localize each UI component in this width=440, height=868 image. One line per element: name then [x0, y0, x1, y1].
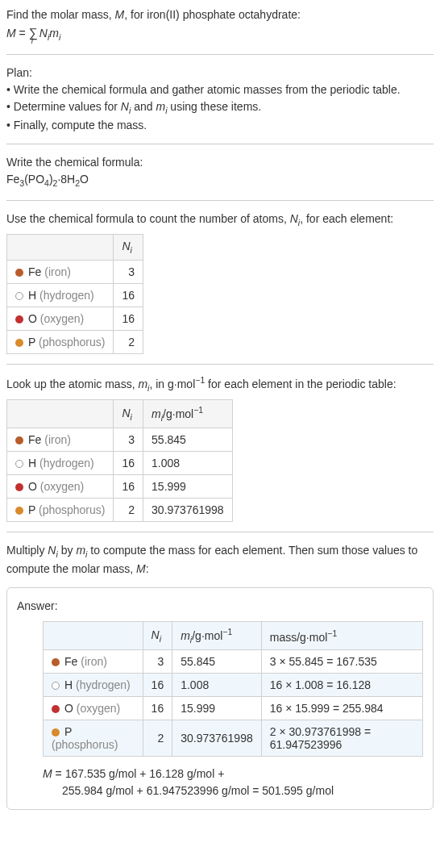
table-header-mi: mi/g·mol−1	[143, 400, 233, 428]
answer-title: Answer:	[17, 598, 423, 615]
element-dot-icon	[52, 682, 60, 690]
table-header-mass: mass/g·mol−1	[261, 622, 422, 649]
table-row: O (oxygen)16	[7, 307, 143, 330]
result-line-1: M = 167.535 g/mol + 16.128 g/mol +	[43, 765, 423, 782]
element-dot-icon	[52, 728, 60, 737]
multiply-title: Multiply Ni by mi to compute the mass fo…	[6, 542, 434, 578]
table-row: Fe (iron)355.845	[7, 428, 233, 451]
table-row: H (hydrogen)161.008	[7, 451, 233, 474]
mass-table: Nimi/g·mol−1 Fe (iron)355.845 H (hydroge…	[6, 399, 233, 521]
divider	[6, 200, 434, 201]
result-line-2: 255.984 g/mol + 61.947523996 g/mol = 501…	[43, 782, 423, 799]
plan-bullet-2: • Determine values for Ni and mi using t…	[6, 98, 434, 118]
element-dot-icon	[15, 436, 23, 444]
table-row: H (hydrogen)161.00816 × 1.008 = 16.128	[44, 673, 423, 696]
intro-block: Find the molar mass, M, for iron(II) pho…	[6, 6, 434, 44]
table-header-blank	[7, 400, 114, 428]
table-header-ni: Ni	[114, 400, 143, 428]
table-row: P (phosphorus)230.9737619982 × 30.973761…	[44, 720, 423, 756]
count-title: Use the chemical formula to count the nu…	[6, 211, 434, 230]
plan-bullet-1: • Write the chemical formula and gather …	[6, 81, 434, 98]
mass-block: Look up the atomic mass, mi, in g·mol−1 …	[6, 374, 434, 522]
element-dot-icon	[52, 658, 60, 666]
plan-block: Plan: • Write the chemical formula and g…	[6, 65, 434, 135]
element-dot-icon	[15, 507, 23, 515]
element-dot-icon	[15, 483, 23, 491]
chem-title: Write the chemical formula:	[6, 154, 434, 171]
intro-line: Find the molar mass, M, for iron(II) pho…	[6, 6, 434, 23]
element-dot-icon	[52, 705, 60, 713]
answer-table: Nimi/g·mol−1mass/g·mol−1 Fe (iron)355.84…	[43, 621, 423, 756]
divider	[6, 532, 434, 532]
table-row: Fe (iron)3	[7, 260, 143, 283]
table-row: H (hydrogen)16	[7, 283, 143, 307]
intro-formula: M = ∑iNimi	[6, 23, 434, 44]
table-row: P (phosphorus)2	[7, 330, 143, 353]
table-header-mi: mi/g·mol−1	[172, 622, 262, 649]
chem-block: Write the chemical formula: Fe3(PO4)2·8H…	[6, 154, 434, 190]
divider	[6, 364, 434, 365]
element-dot-icon	[15, 460, 23, 468]
divider	[6, 54, 434, 55]
table-row: O (oxygen)1615.999	[7, 474, 233, 498]
element-dot-icon	[15, 269, 23, 277]
element-dot-icon	[15, 339, 23, 347]
mass-title: Look up the atomic mass, mi, in g·mol−1 …	[6, 374, 434, 394]
count-table: Ni Fe (iron)3 H (hydrogen)16 O (oxygen)1…	[6, 234, 143, 354]
answer-box: Answer: Nimi/g·mol−1mass/g·mol−1 Fe (iro…	[6, 587, 434, 810]
plan-title: Plan:	[6, 65, 434, 81]
element-dot-icon	[15, 315, 23, 323]
table-header-ni: Ni	[114, 235, 143, 261]
table-header-blank	[7, 235, 114, 261]
table-header-ni: Ni	[143, 622, 172, 649]
answer-content: Nimi/g·mol−1mass/g·mol−1 Fe (iron)355.84…	[17, 621, 423, 799]
divider	[6, 144, 434, 144]
table-row: Fe (iron)355.8453 × 55.845 = 167.535	[44, 649, 423, 673]
table-row: O (oxygen)1615.99916 × 15.999 = 255.984	[44, 696, 423, 720]
plan-bullet-3: • Finally, compute the mass.	[6, 117, 434, 134]
table-row: P (phosphorus)230.973761998	[7, 498, 233, 521]
chem-formula: Fe3(PO4)2·8H2O	[6, 171, 434, 190]
multiply-block: Multiply Ni by mi to compute the mass fo…	[6, 542, 434, 578]
element-dot-icon	[15, 292, 23, 300]
count-block: Use the chemical formula to count the nu…	[6, 211, 434, 354]
table-header-blank	[44, 622, 143, 649]
